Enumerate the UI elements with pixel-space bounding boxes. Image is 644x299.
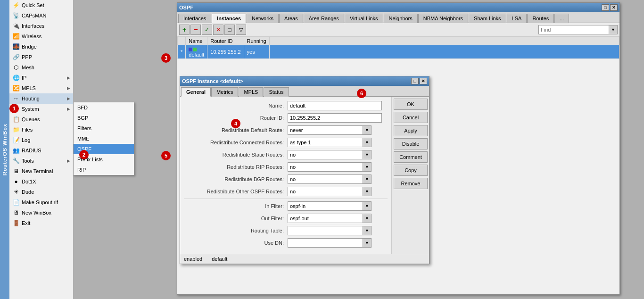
- redistribute-other-select[interactable]: no: [288, 187, 363, 196]
- router-id-input[interactable]: [288, 113, 382, 123]
- sidebar-item-queues[interactable]: 📋 Queues: [9, 114, 73, 125]
- remove-button[interactable]: −: [190, 25, 201, 35]
- submenu-item-rip[interactable]: RIP: [74, 165, 134, 175]
- redistribute-bgp-arrow[interactable]: ▼: [363, 174, 372, 184]
- apply-button[interactable]: Apply: [394, 125, 428, 136]
- redistribute-static-arrow[interactable]: ▼: [363, 150, 372, 159]
- ospf-tab-networks[interactable]: Networks: [247, 14, 279, 23]
- sidebar-label-system: System: [22, 106, 39, 112]
- ospf-tab-virtual-links[interactable]: Virtual Links: [345, 14, 383, 23]
- table-row[interactable]: * default 10.255.255.2 yes: [178, 45, 619, 59]
- disable-button[interactable]: Disable: [394, 138, 428, 150]
- main-area: OSPF □ ✕ InterfacesInstancesNetworksArea…: [73, 0, 644, 299]
- in-filter-arrow[interactable]: ▼: [363, 201, 372, 211]
- ospf-tab-lsa[interactable]: LSA: [507, 14, 527, 23]
- ospf-tab-sham-links[interactable]: Sham Links: [469, 14, 506, 23]
- filter-button[interactable]: ▽: [236, 25, 246, 35]
- col-name: Name: [186, 37, 207, 45]
- comment-button[interactable]: Comment: [394, 151, 428, 163]
- cancel-button[interactable]: Cancel: [394, 112, 428, 123]
- form-row-redistribute-bgp: Redistribute BGP Routes: no ▼: [184, 174, 388, 184]
- sidebar-item-capsman[interactable]: 📡 CAPsMAN: [9, 10, 73, 21]
- submenu-item-bgp[interactable]: BGP: [74, 113, 134, 123]
- sidebar-label-dot1x: Dot1X: [22, 179, 36, 184]
- use-dn-label: Use DN:: [184, 240, 288, 246]
- ospf-tab-more[interactable]: ...: [554, 14, 569, 23]
- sidebar-item-new-terminal[interactable]: 🖥 New Terminal: [9, 166, 73, 176]
- sidebar-item-wireless[interactable]: 📶 Wireless: [9, 31, 73, 42]
- sidebar-item-routing[interactable]: ↔ Routing ▶: [9, 93, 73, 104]
- ospf-tab-routes[interactable]: Routes: [527, 14, 554, 23]
- sidebar-icon-queues: 📋: [12, 116, 20, 123]
- in-filter-select[interactable]: ospf-in: [288, 201, 363, 211]
- submenu-item-bfd[interactable]: BFD: [74, 102, 134, 113]
- sidebar-item-ppp[interactable]: 🔗 PPP: [9, 52, 73, 62]
- badge-2: 2: [79, 150, 89, 159]
- use-dn-arrow[interactable]: ▼: [363, 238, 372, 248]
- redistribute-other-arrow[interactable]: ▼: [363, 187, 372, 196]
- ospf-tab-area-ranges[interactable]: Area Ranges: [304, 14, 344, 23]
- redistribute-other-wrap: no ▼: [288, 187, 388, 196]
- ospf-table-body: * default 10.255.255.2 yes: [178, 45, 619, 59]
- sidebar-item-system[interactable]: ⚙ System ▶: [9, 104, 73, 114]
- submenu-item-filters[interactable]: Filters: [74, 123, 134, 133]
- remove-button[interactable]: Remove: [394, 178, 428, 189]
- sidebar-item-tools[interactable]: 🔧 Tools ▶: [9, 156, 73, 166]
- routing-table-arrow[interactable]: ▼: [363, 226, 372, 235]
- sidebar-item-make-supout[interactable]: 📄 Make Supout.rif: [9, 197, 73, 208]
- ok-button[interactable]: OK: [394, 99, 428, 110]
- redistribute-default-select[interactable]: never: [288, 125, 363, 135]
- dialog-close-button[interactable]: ✕: [420, 78, 427, 84]
- redistribute-rip-select[interactable]: no: [288, 162, 363, 172]
- dialog-tab-general[interactable]: General: [181, 87, 211, 97]
- redistribute-rip-arrow[interactable]: ▼: [363, 162, 372, 172]
- name-input[interactable]: [288, 101, 382, 110]
- use-dn-select[interactable]: [288, 238, 363, 248]
- search-input[interactable]: [538, 25, 609, 34]
- sidebar-item-bridge[interactable]: 🌉 Bridge: [9, 42, 73, 52]
- minimize-button[interactable]: □: [602, 4, 609, 11]
- out-filter-arrow[interactable]: ▼: [363, 214, 372, 223]
- sidebar-label-ip: IP: [22, 75, 26, 81]
- sidebar-item-new-winbox[interactable]: 🖥 New WinBox: [9, 208, 73, 218]
- dialog-minimize-button[interactable]: □: [411, 78, 419, 84]
- sidebar-item-ip[interactable]: 🌐 IP ▶: [9, 73, 73, 83]
- sidebar-item-mesh[interactable]: ⬡ Mesh: [9, 62, 73, 73]
- redistribute-connected-select[interactable]: as type 1: [288, 138, 363, 147]
- search-dropdown-button[interactable]: ▼: [609, 25, 618, 34]
- submenu-item-mme[interactable]: MME: [74, 133, 134, 144]
- dialog-tab-metrics[interactable]: Metrics: [211, 87, 238, 97]
- copy-button[interactable]: Copy: [394, 165, 428, 176]
- sidebar-item-dot1x[interactable]: ● Dot1X: [9, 176, 73, 187]
- sidebar-item-mpls[interactable]: 🔀 MPLS ▶: [9, 83, 73, 93]
- copy-toolbar-button[interactable]: □: [224, 25, 235, 35]
- routing-table-select[interactable]: [288, 226, 363, 235]
- ospf-tab-neighbors[interactable]: Neighbors: [384, 14, 418, 23]
- sidebar-item-files[interactable]: 📁 Files: [9, 125, 73, 135]
- dialog-tab-status[interactable]: Status: [264, 87, 289, 97]
- sidebar-item-quick-set[interactable]: ⚡ Quick Set: [9, 0, 73, 10]
- close-button[interactable]: ✕: [610, 4, 618, 11]
- redistribute-default-arrow[interactable]: ▼: [363, 125, 372, 135]
- disable-button[interactable]: ✕: [213, 25, 223, 35]
- sidebar-item-exit[interactable]: 🚪 Exit: [9, 218, 73, 228]
- dialog-tab-mpls[interactable]: MPLS: [239, 87, 263, 97]
- col-extra: [269, 37, 619, 45]
- add-button[interactable]: +: [179, 25, 190, 35]
- out-filter-label: Out Filter:: [184, 216, 288, 221]
- cell-running: yes: [244, 45, 269, 59]
- ospf-tab-interfaces[interactable]: Interfaces: [178, 14, 211, 23]
- enable-button[interactable]: ✓: [202, 25, 212, 35]
- out-filter-select[interactable]: ospf-out: [288, 214, 363, 223]
- sidebar-item-log[interactable]: 📝 Log: [9, 135, 73, 145]
- ospf-tab-nbma-neighbors[interactable]: NBMA Neighbors: [418, 14, 468, 23]
- sidebar-item-radius[interactable]: 👥 RADIUS: [9, 145, 73, 156]
- redistribute-static-select[interactable]: no: [288, 150, 363, 159]
- sidebar-item-interfaces[interactable]: 🔌 Interfaces: [9, 21, 73, 31]
- sidebar-item-dude[interactable]: ☀ Dude: [9, 187, 73, 197]
- ospf-tab-instances[interactable]: Instances: [212, 14, 246, 23]
- redistribute-bgp-select[interactable]: no: [288, 174, 363, 184]
- ospf-tab-areas[interactable]: Areas: [279, 14, 303, 23]
- redistribute-connected-arrow[interactable]: ▼: [363, 138, 372, 147]
- redistribute-other-label: Redistribute Other OSPF Routes:: [184, 189, 288, 194]
